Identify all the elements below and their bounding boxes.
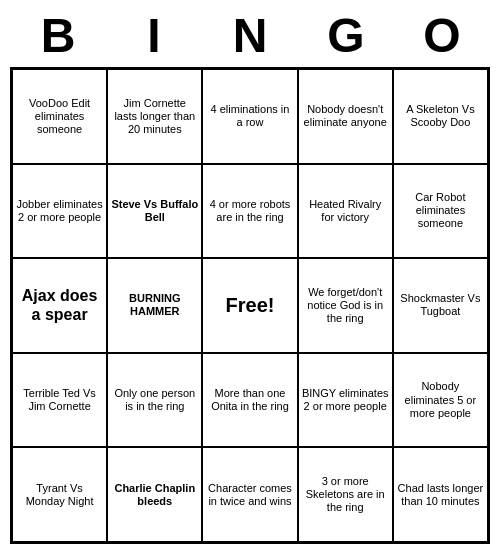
title-b: B bbox=[18, 8, 98, 63]
bingo-cell-20: Tyrant Vs Monday Night bbox=[12, 447, 107, 542]
bingo-title: B I N G O bbox=[10, 0, 490, 67]
bingo-cell-16: Only one person is in the ring bbox=[107, 353, 202, 448]
bingo-cell-12: Free! bbox=[202, 258, 297, 353]
bingo-cell-5: Jobber eliminates 2 or more people bbox=[12, 164, 107, 259]
bingo-cell-13: We forget/don't notice God is in the rin… bbox=[298, 258, 393, 353]
bingo-cell-19: Nobody eliminates 5 or more people bbox=[393, 353, 488, 448]
title-n: N bbox=[210, 8, 290, 63]
bingo-cell-22: Character comes in twice and wins bbox=[202, 447, 297, 542]
bingo-cell-6: Steve Vs Buffalo Bell bbox=[107, 164, 202, 259]
bingo-cell-23: 3 or more Skeletons are in the ring bbox=[298, 447, 393, 542]
bingo-cell-15: Terrible Ted Vs Jim Cornette bbox=[12, 353, 107, 448]
bingo-grid: VooDoo Edit eliminates someoneJim Cornet… bbox=[10, 67, 490, 544]
bingo-cell-14: Shockmaster Vs Tugboat bbox=[393, 258, 488, 353]
bingo-cell-21: Charlie Chaplin bleeds bbox=[107, 447, 202, 542]
title-g: G bbox=[306, 8, 386, 63]
bingo-cell-24: Chad lasts longer than 10 minutes bbox=[393, 447, 488, 542]
bingo-cell-2: 4 eliminations in a row bbox=[202, 69, 297, 164]
bingo-cell-0: VooDoo Edit eliminates someone bbox=[12, 69, 107, 164]
title-o: O bbox=[402, 8, 482, 63]
bingo-cell-17: More than one Onita in the ring bbox=[202, 353, 297, 448]
bingo-cell-18: BINGY eliminates 2 or more people bbox=[298, 353, 393, 448]
title-i: I bbox=[114, 8, 194, 63]
bingo-cell-7: 4 or more robots are in the ring bbox=[202, 164, 297, 259]
bingo-cell-8: Heated Rivalry for victory bbox=[298, 164, 393, 259]
bingo-cell-11: BURNING HAMMER bbox=[107, 258, 202, 353]
bingo-cell-10: Ajax does a spear bbox=[12, 258, 107, 353]
bingo-cell-3: Nobody doesn't eliminate anyone bbox=[298, 69, 393, 164]
bingo-cell-1: Jim Cornette lasts longer than 20 minute… bbox=[107, 69, 202, 164]
bingo-cell-4: A Skeleton Vs Scooby Doo bbox=[393, 69, 488, 164]
bingo-cell-9: Car Robot eliminates someone bbox=[393, 164, 488, 259]
